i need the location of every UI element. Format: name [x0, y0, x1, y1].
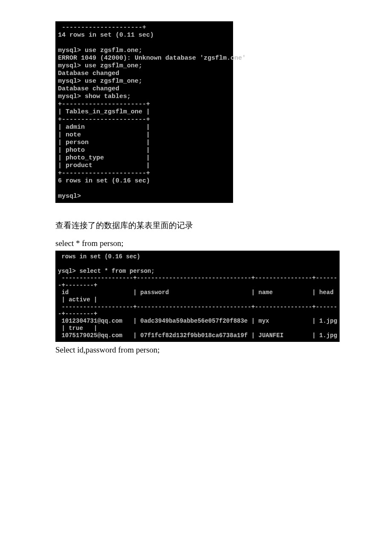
sql-statement-1: select * from person; — [55, 239, 337, 248]
terminal-output-1: ---------------------+ 14 rows in set (0… — [55, 21, 233, 203]
terminal-line: | Tables_in_zgsflm_one | — [58, 108, 150, 116]
terminal-line: -+--------+ — [58, 310, 97, 317]
terminal-line: --------------------+-------------------… — [58, 304, 337, 310]
terminal-line: 14 rows in set (0.11 sec) — [58, 32, 154, 39]
terminal-line: ---------------------+ — [58, 24, 146, 31]
terminal-line: ERROR 1049 (42000): Unknown database 'zg… — [58, 55, 246, 62]
terminal-line: | photo | — [58, 147, 150, 154]
terminal-output-2: rows in set (0.16 sec) ysql> select * fr… — [55, 251, 340, 342]
terminal-line: | true | — [58, 325, 97, 332]
terminal-line: ysql> select * from person; — [58, 268, 155, 275]
terminal-line: 6 rows in set (0.16 sec) — [58, 177, 150, 185]
terminal-line: Database changed — [58, 70, 119, 77]
terminal-line: | admin | — [58, 124, 150, 131]
terminal-line: | active | — [58, 296, 97, 303]
terminal-line: id | password | name | head — [58, 289, 337, 296]
terminal-line: -+--------+ — [58, 282, 97, 289]
terminal-line: 1075179025@qq.com | 07f1fcf82d132f9bb018… — [58, 332, 337, 339]
terminal-line: | product | — [58, 162, 150, 169]
terminal-line: +----------------------+ — [58, 116, 150, 123]
terminal-line: mysql> use zgsflm_one; — [58, 78, 142, 85]
terminal-line: | note | — [58, 131, 150, 139]
terminal-line: mysql> use zgsflm_one; — [58, 62, 142, 69]
terminal-line: | person | — [58, 139, 150, 146]
doc-paragraph: 查看连接了的数据库的某表里面的记录 — [55, 220, 337, 231]
document-page: ---------------------+ 14 rows in set (0… — [0, 0, 392, 379]
terminal-line: +----------------------+ — [58, 170, 150, 177]
terminal-line: rows in set (0.16 sec) — [58, 253, 140, 260]
terminal-line: | photo_type | — [58, 154, 150, 162]
terminal-prompt: mysql> — [58, 193, 81, 200]
terminal-line: mysql> show tables; — [58, 93, 131, 100]
terminal-line: 1012304731@qq.com | 0adc3949ba59abbe56e0… — [58, 318, 337, 324]
terminal-line: --------------------+-------------------… — [58, 275, 337, 281]
terminal-line: Database changed — [58, 85, 119, 92]
terminal-line: +----------------------+ — [58, 101, 150, 108]
terminal-line: mysql> use zgsflm.one; — [58, 47, 142, 54]
sql-statement-2: Select id,password from person; — [55, 345, 337, 355]
